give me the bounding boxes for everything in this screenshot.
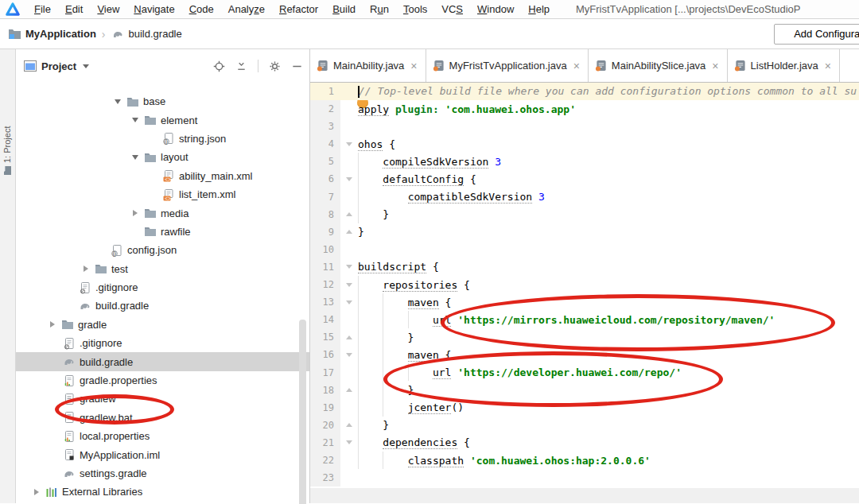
collapse-all-icon[interactable] [235, 60, 247, 72]
fold-marker-icon[interactable] [340, 142, 358, 146]
fold-marker-icon[interactable] [340, 440, 358, 444]
locate-icon[interactable] [213, 60, 225, 72]
tree-item-config-json[interactable]: {}config.json [16, 241, 309, 259]
menu-item-code[interactable]: Code [182, 3, 221, 15]
tree-scrollbar[interactable] [299, 320, 306, 504]
tree-item-external-libraries[interactable]: External Libraries [16, 483, 309, 501]
line-number: 1 [310, 83, 340, 100]
line-number: 21 [310, 434, 340, 452]
tree-item-test[interactable]: test [16, 260, 309, 278]
close-icon[interactable]: × [573, 60, 580, 72]
editor-tab-bar: MainAbility.java×MyFristTvApplication.ja… [310, 49, 859, 83]
menu-item-window[interactable]: Window [470, 3, 521, 15]
fold-marker-icon[interactable] [340, 388, 358, 392]
tree-item-build-gradle[interactable]: build.gradle [16, 297, 309, 315]
project-tree[interactable]: baseelement{}string.jsonlayout<>ability_… [16, 83, 309, 502]
fold-marker-icon[interactable] [340, 335, 358, 339]
line-number: 12 [310, 276, 340, 293]
tree-item-gradle[interactable]: gradle [16, 316, 309, 334]
tree-item-label: ability_main.xml [179, 170, 252, 182]
tree-item-settings-gradle[interactable]: settings.gradle [16, 464, 309, 483]
fold-marker-icon[interactable] [340, 353, 358, 357]
code-text: defaultConfig { [358, 173, 476, 185]
fold-marker-icon[interactable] [340, 423, 358, 427]
folder-icon [126, 95, 140, 108]
project-view-icon [24, 60, 37, 72]
menu-item-run[interactable]: Run [363, 3, 396, 15]
expand-arrow-closed-icon[interactable] [78, 266, 94, 272]
tree-item-local-properties[interactable]: local.properties [16, 427, 309, 445]
expand-arrow-open-icon[interactable] [110, 99, 126, 104]
tree-item-element[interactable]: element [16, 110, 309, 129]
menu-item-vcs[interactable]: VCS [434, 3, 470, 15]
close-icon[interactable]: × [410, 60, 417, 72]
close-icon[interactable]: × [825, 60, 831, 72]
line-number: 14 [310, 311, 340, 328]
tree-item-base[interactable]: base [16, 92, 309, 110]
code-text: } [358, 331, 414, 343]
menu-item-help[interactable]: Help [521, 3, 557, 15]
tree-item-label: gradle [78, 319, 107, 331]
menu-item-navigate[interactable]: Navigate [126, 3, 181, 15]
fold-marker-icon[interactable] [340, 177, 358, 181]
tree-item-label: build.gradle [95, 300, 149, 312]
project-tool-window-tab[interactable]: 1: Project [2, 126, 12, 175]
tree-item-string-json[interactable]: {}string.json [16, 130, 309, 148]
editor-tab-mainabilityslice-java[interactable]: MainAbilitySlice.java× [589, 49, 728, 82]
menu-item-view[interactable]: View [90, 3, 126, 15]
menu-item-refactor[interactable]: Refactor [272, 3, 325, 15]
menu-item-edit[interactable]: Edit [58, 3, 90, 15]
settings-icon[interactable] [269, 60, 281, 72]
tree-item-list-item-xml[interactable]: <>list_item.xml [16, 185, 309, 204]
expand-arrow-closed-icon[interactable] [29, 489, 45, 495]
code-text: // Top-level build file where you can ad… [358, 85, 857, 98]
tree-item-build-gradle[interactable]: build.gradle [16, 352, 309, 370]
editor-tab-listholder-java[interactable]: ListHolder.java× [728, 49, 840, 82]
menu-item-tools[interactable]: Tools [396, 3, 434, 15]
expand-arrow-open-icon[interactable] [127, 118, 143, 122]
line-number: 20 [310, 417, 340, 434]
expand-arrow-closed-icon[interactable] [45, 321, 60, 328]
add-configuration-button[interactable]: Add Configurati [774, 24, 859, 45]
fold-marker-icon[interactable] [340, 212, 358, 216]
tree-item--gitignore[interactable]: .gitignore [16, 334, 309, 352]
project-tool-tab-label: 1: Project [2, 126, 12, 163]
expand-arrow-open-icon[interactable] [127, 155, 143, 160]
breadcrumb-project[interactable]: MyApplication [25, 28, 96, 40]
code-editor[interactable]: 1// Top-level build file where you can a… [310, 83, 859, 487]
breadcrumb-file[interactable]: build.gradle [129, 28, 182, 40]
code-line-9: 9} [310, 223, 859, 241]
tool-window-folder-icon [3, 166, 11, 175]
java-file-icon [317, 60, 328, 72]
editor-tab-myfristtvapplication-java[interactable]: MyFristTvApplication.java× [426, 49, 589, 82]
menu-item-build[interactable]: Build [325, 3, 363, 15]
fold-marker-icon[interactable] [340, 230, 358, 234]
tree-item-layout[interactable]: layout [16, 148, 309, 166]
tree-item-label: media [161, 207, 189, 219]
editor-tab-mainability-java[interactable]: MainAbility.java× [310, 49, 426, 82]
menu-item-file[interactable]: File [27, 3, 58, 15]
close-icon[interactable]: × [712, 60, 718, 72]
project-panel-title[interactable]: Project [41, 60, 76, 72]
code-line-2: 2apply plugin: 'com.huawei.ohos.app' [310, 100, 859, 118]
hide-panel-icon[interactable] [291, 60, 303, 72]
fold-marker-icon[interactable] [340, 283, 358, 287]
code-text: maven { [358, 297, 451, 308]
tree-item-ability-main-xml[interactable]: <>ability_main.xml [16, 167, 309, 185]
tree-item-media[interactable]: media [16, 204, 309, 222]
editor-area: MainAbility.java×MyFristTvApplication.ja… [310, 49, 859, 503]
tree-item-gradle-properties[interactable]: gradle.properties [16, 371, 309, 390]
fold-marker-icon[interactable] [340, 265, 358, 269]
fold-marker-icon[interactable] [340, 300, 358, 304]
folder-icon [143, 225, 157, 238]
ide-window: FileEditViewNavigateCodeAnalyzeRefactorB… [0, 0, 859, 504]
tree-item-myapplication-iml[interactable]: MyApplication.iml [16, 445, 309, 463]
tree-item--gitignore[interactable]: .gitignore [16, 278, 309, 297]
tree-item-rawfile[interactable]: rawfile [16, 223, 309, 241]
menu-item-analyze[interactable]: Analyze [221, 3, 272, 15]
line-number: 15 [310, 328, 340, 346]
code-text: jcenter() [358, 401, 464, 413]
chevron-down-icon[interactable] [83, 64, 89, 68]
expand-arrow-closed-icon[interactable] [127, 210, 143, 216]
annotation-circle-mirrors-url [441, 294, 835, 351]
